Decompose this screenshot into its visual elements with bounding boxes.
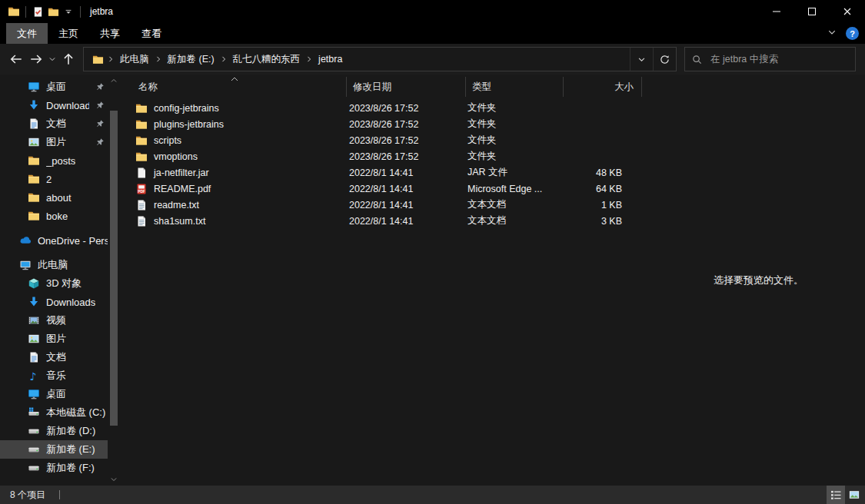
sidebar-item[interactable]: 3D 对象	[0, 274, 108, 293]
folder-icon	[135, 134, 148, 147]
document-icon	[28, 118, 40, 130]
breadcrumb-chevron-icon[interactable]	[107, 55, 115, 63]
drive-icon	[28, 462, 40, 474]
sidebar-item[interactable]: 此电脑	[0, 256, 108, 274]
file-row[interactable]: vmoptions2023/8/26 17:52文件夹	[123, 148, 652, 164]
desktop-icon	[28, 81, 40, 93]
sidebar-item[interactable]: 视频	[0, 311, 108, 330]
details-view-icon[interactable]	[827, 486, 845, 504]
svg-text:♪: ♪	[30, 370, 37, 383]
file-type: 文件夹	[461, 101, 558, 114]
file-row[interactable]: config-jetbrains2023/8/26 17:52文件夹	[123, 100, 652, 116]
sidebar-item[interactable]: boke	[0, 207, 108, 225]
sidebar-item[interactable]: Downloads	[0, 293, 108, 311]
explorer-body: 桌面Downloads文档图片_posts2aboutbokeOneDrive …	[0, 75, 865, 486]
column-header-date[interactable]: 修改日期	[347, 77, 466, 97]
column-header-size[interactable]: 大小	[564, 77, 642, 97]
file-date: 2022/8/1 14:41	[343, 167, 461, 178]
sidebar-item-label: 文档	[46, 350, 66, 364]
breadcrumb-item[interactable]: jetbra	[314, 54, 347, 65]
tab-view[interactable]: 查看	[131, 23, 172, 44]
breadcrumb-chevron-icon[interactable]	[155, 55, 162, 63]
file-date: 2023/8/26 17:52	[343, 103, 461, 114]
help-icon[interactable]: ?	[846, 27, 859, 40]
pin-icon	[95, 82, 105, 91]
title-bar: jetbra	[0, 0, 865, 23]
new-folder-icon[interactable]	[45, 4, 61, 19]
text-file-icon	[135, 215, 148, 227]
pin-icon	[95, 138, 105, 147]
sidebar-item[interactable]: 图片	[0, 330, 108, 348]
folder-icon	[135, 151, 148, 163]
breadcrumb-item[interactable]: 乱七八糟的东西	[228, 53, 305, 66]
sidebar-item-label: 新加卷 (F:)	[46, 461, 95, 475]
scrollbar-thumb[interactable]	[110, 111, 118, 426]
sidebar-item-label: 桌面	[46, 387, 66, 401]
sidebar-item[interactable]: _posts	[0, 151, 108, 170]
picture-icon	[28, 333, 40, 345]
tab-file[interactable]: 文件	[6, 23, 48, 44]
ribbon-collapse-icon[interactable]	[827, 28, 837, 39]
file-row[interactable]: ja-netfilter.jar2022/8/1 14:41JAR 文件48 K…	[123, 164, 652, 181]
close-button[interactable]	[830, 0, 865, 23]
address-bar[interactable]: 此电脑 新加卷 (E:) 乱七八糟的东西 jetbra	[83, 47, 677, 71]
file-date: 2022/8/1 14:41	[343, 200, 461, 211]
jar-file-icon	[135, 167, 148, 179]
sidebar-item-label: 桌面	[46, 80, 66, 94]
sidebar-item[interactable]: 文档	[0, 114, 108, 133]
sidebar-item-label: 3D 对象	[46, 277, 82, 290]
column-header-type[interactable]: 类型	[466, 77, 564, 97]
file-row[interactable]: readme.txt2022/8/1 14:41文本文档1 KB	[123, 197, 652, 213]
sidebar-item[interactable]: 新加卷 (F:)	[0, 459, 108, 477]
tab-share[interactable]: 共享	[89, 23, 131, 44]
file-explorer-window: jetbra 文件 主页 共享 查看 ?	[0, 0, 865, 504]
maximize-button[interactable]	[794, 0, 830, 23]
qat-dropdown-icon[interactable]	[61, 4, 76, 19]
column-header-label: 修改日期	[353, 81, 391, 94]
file-date: 2023/8/26 17:52	[343, 151, 461, 162]
file-date: 2023/8/26 17:52	[343, 135, 461, 146]
sidebar-item[interactable]: 本地磁盘 (C:)	[0, 403, 108, 422]
sidebar-item[interactable]: about	[0, 188, 108, 207]
sidebar-item[interactable]: 新加卷 (D:)	[0, 422, 108, 440]
properties-check-icon[interactable]	[30, 4, 45, 19]
sidebar-item[interactable]: 文档	[0, 348, 108, 366]
breadcrumb-chevron-icon[interactable]	[220, 55, 228, 63]
search-input[interactable]	[709, 53, 849, 65]
file-row[interactable]: sha1sum.txt2022/8/1 14:41文本文档3 KB	[123, 213, 652, 229]
sidebar-scrollbar[interactable]	[109, 76, 118, 484]
sidebar-item[interactable]: 桌面	[0, 78, 108, 96]
sidebar-item[interactable]: ♪音乐	[0, 366, 108, 385]
drive-windows-icon	[28, 406, 40, 419]
column-header-name[interactable]: 名称	[123, 77, 347, 97]
refresh-icon[interactable]	[653, 48, 676, 71]
desktop-icon	[28, 388, 40, 400]
forward-icon[interactable]	[26, 49, 46, 69]
sidebar-item-label: 图片	[46, 332, 66, 346]
breadcrumb-chevron-icon[interactable]	[305, 55, 313, 63]
file-row[interactable]: plugins-jetbrains2023/8/26 17:52文件夹	[123, 116, 652, 132]
address-folder-icon	[90, 54, 106, 65]
sidebar-item[interactable]: 桌面	[0, 385, 108, 403]
address-dropdown-icon[interactable]	[630, 48, 653, 71]
column-header-label: 类型	[472, 81, 491, 94]
file-row[interactable]: scripts2023/8/26 17:52文件夹	[123, 132, 652, 148]
back-icon[interactable]	[6, 49, 26, 69]
sidebar-item[interactable]: 新加卷 (E:)	[0, 440, 108, 459]
recent-chevron-icon[interactable]	[46, 49, 58, 69]
sidebar-item[interactable]: Downloads	[0, 96, 108, 114]
scroll-up-icon[interactable]	[109, 76, 118, 85]
thumbnail-view-icon[interactable]	[845, 486, 863, 504]
breadcrumb-item[interactable]: 此电脑	[115, 53, 154, 66]
sidebar-item-label: Downloads	[46, 297, 95, 308]
sidebar-item[interactable]: 2	[0, 170, 108, 188]
tab-home[interactable]: 主页	[48, 23, 89, 44]
folder-icon	[28, 173, 40, 185]
sidebar-item[interactable]: 图片	[0, 133, 108, 151]
minimize-button[interactable]	[759, 0, 794, 23]
up-icon[interactable]	[58, 49, 78, 69]
file-row[interactable]: PDFREADME.pdf2022/8/1 14:41Microsoft Edg…	[123, 181, 652, 197]
breadcrumb-item[interactable]: 新加卷 (E:)	[163, 53, 219, 66]
scroll-down-icon[interactable]	[109, 475, 118, 484]
sidebar-item[interactable]: OneDrive - Perso	[0, 231, 108, 250]
